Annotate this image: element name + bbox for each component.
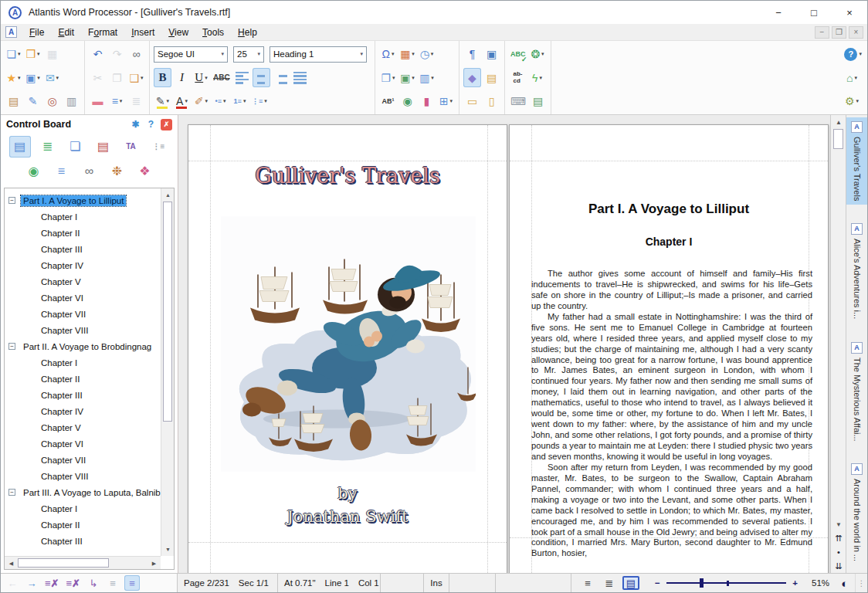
align-center-button[interactable] bbox=[253, 68, 270, 87]
close-button[interactable]: × bbox=[832, 1, 867, 24]
tree-item[interactable]: Chapter VII bbox=[5, 452, 161, 468]
tree-item[interactable]: Chapter II bbox=[5, 371, 161, 387]
doc-close-button[interactable]: × bbox=[849, 26, 863, 39]
dropdown-arrow-icon[interactable]: ▾ bbox=[243, 98, 246, 104]
menu-view[interactable]: View bbox=[161, 25, 195, 39]
menu-tools[interactable]: Tools bbox=[195, 25, 231, 39]
insert-section-button[interactable]: ▥▾ bbox=[418, 68, 436, 87]
dropdown-arrow-icon[interactable]: ▾ bbox=[450, 98, 453, 104]
paragraph-style-select[interactable]: Heading 1▾ bbox=[270, 46, 367, 63]
dropdown-arrow-icon[interactable]: ▾ bbox=[431, 75, 434, 81]
dropdown-arrow-icon[interactable]: ▾ bbox=[18, 75, 21, 81]
document-area[interactable]: Gulliver's Travels bbox=[178, 115, 830, 573]
minimize-button[interactable]: − bbox=[761, 1, 796, 24]
paragraph-pane-button[interactable]: ≡ bbox=[51, 161, 73, 182]
zoom-slider-thumb[interactable] bbox=[700, 578, 704, 588]
doc-minimize-button[interactable]: − bbox=[815, 26, 829, 39]
delete-heading-button[interactable]: ≡✗ bbox=[43, 575, 60, 591]
doc-restore-button[interactable]: ❐ bbox=[832, 26, 846, 39]
change-heading-level-button[interactable]: ↳ bbox=[86, 575, 101, 591]
redo-button[interactable]: ↷ bbox=[108, 45, 126, 64]
tree-item[interactable]: −Part III. A Voyage to Laputa, Balnib bbox=[5, 484, 161, 500]
review-pane-button[interactable]: ▤ bbox=[93, 136, 114, 158]
tree-item[interactable]: −Part I. A Voyage to Lilliput bbox=[5, 192, 161, 208]
dropdown-arrow-icon[interactable]: ▾ bbox=[141, 75, 144, 81]
page-cover[interactable]: Gulliver's Travels bbox=[188, 124, 507, 573]
print-layout-view-button[interactable]: ▤ bbox=[622, 576, 639, 590]
tree-item[interactable]: −Part II. A Voyage to Brobdingnag bbox=[5, 338, 161, 354]
find-button[interactable]: ∞ bbox=[127, 45, 145, 64]
numbering-button[interactable]: 1≡▾ bbox=[231, 92, 249, 111]
tree-item[interactable]: Chapter VI bbox=[5, 290, 161, 306]
document-tab[interactable]: AGulliver's Travels bbox=[846, 117, 867, 205]
chevron-down-icon[interactable]: ▾ bbox=[218, 47, 227, 62]
dropdown-arrow-icon[interactable]: ▾ bbox=[223, 98, 226, 104]
dropdown-arrow-icon[interactable]: ▾ bbox=[205, 98, 209, 104]
collapse-expander-icon[interactable]: − bbox=[8, 343, 15, 350]
onscreen-keyboard-button[interactable]: ⌨ bbox=[509, 92, 527, 111]
tree-item[interactable]: Chapter VIII bbox=[5, 322, 161, 338]
select-browse-object-button[interactable]: • bbox=[831, 545, 846, 559]
delete-subheadings-button[interactable]: ≡✗ bbox=[64, 575, 81, 591]
bullets-button[interactable]: •≡▾ bbox=[212, 92, 229, 111]
next-page-button[interactable]: ⇊ bbox=[831, 559, 846, 573]
font-size-select[interactable]: 25▾ bbox=[233, 46, 264, 63]
tree-horizontal-scrollbar[interactable]: ◀ ▶ bbox=[5, 556, 161, 569]
menu-edit[interactable]: Edit bbox=[51, 25, 81, 39]
insert-mode-indicator[interactable]: Ins bbox=[424, 574, 449, 592]
tree-item[interactable]: Chapter I bbox=[5, 500, 161, 517]
control-board-settings-button[interactable]: ✱ bbox=[130, 119, 141, 130]
eraser-button[interactable]: ▬ bbox=[89, 92, 107, 111]
contrast-toggle[interactable]: ◐ bbox=[835, 574, 855, 592]
new-from-template-button[interactable]: ▤ bbox=[5, 92, 22, 111]
tree-scroll-right-icon[interactable]: ▶ bbox=[147, 557, 161, 570]
insert-time-button[interactable]: ◷▾ bbox=[418, 45, 436, 64]
tree-item[interactable]: Chapter IV bbox=[5, 403, 161, 419]
tree-scroll-thumb[interactable] bbox=[163, 202, 172, 422]
tree-item[interactable]: Chapter III bbox=[5, 387, 161, 403]
dropdown-arrow-icon[interactable]: ▾ bbox=[392, 75, 395, 81]
multilevel-list-button[interactable]: ⋮≡▾ bbox=[250, 92, 269, 111]
web-view-button[interactable]: ≣ bbox=[601, 576, 618, 590]
tree-item[interactable]: Chapter IV bbox=[5, 257, 161, 273]
dropdown-arrow-icon[interactable]: ▾ bbox=[859, 51, 862, 57]
tree-item[interactable]: Chapter VIII bbox=[5, 468, 161, 484]
dropdown-arrow-icon[interactable]: ▾ bbox=[185, 98, 188, 104]
highlighter-button[interactable]: ✎▾ bbox=[154, 92, 171, 111]
nav-forward-button[interactable]: → bbox=[24, 575, 39, 591]
copy-button[interactable]: ❐ bbox=[108, 68, 126, 87]
format-painter-button[interactable]: ✐▾ bbox=[192, 92, 210, 111]
body-text[interactable]: The author gives some account of himself… bbox=[531, 269, 812, 559]
tree-scroll-up-icon[interactable]: ▲ bbox=[161, 188, 175, 202]
dropdown-arrow-icon[interactable]: ▾ bbox=[56, 75, 59, 81]
document-vertical-scrollbar[interactable]: ▲ ▼ ⇈ • ⇊ bbox=[830, 115, 846, 573]
dropdown-arrow-icon[interactable]: ▾ bbox=[412, 51, 415, 57]
control-board-help-button[interactable]: ? bbox=[145, 119, 157, 130]
save-as-button[interactable]: ▣▾ bbox=[24, 68, 42, 87]
full-screen-button[interactable]: ▣ bbox=[483, 45, 500, 64]
collapse-expander-icon[interactable]: − bbox=[8, 197, 15, 204]
line-spacing-button[interactable]: ≡▾ bbox=[108, 92, 126, 111]
dropdown-arrow-icon[interactable]: ▾ bbox=[854, 75, 857, 81]
favorites-button[interactable]: ★▾ bbox=[5, 68, 22, 87]
bold-button[interactable]: B bbox=[154, 68, 171, 87]
menu-format[interactable]: Format bbox=[81, 25, 124, 39]
dropdown-arrow-icon[interactable]: ▾ bbox=[856, 98, 860, 104]
navigation-button[interactable]: ◆ bbox=[463, 68, 481, 87]
expand-headings-button[interactable]: ≡ bbox=[124, 575, 140, 591]
horizontal-ruler-button[interactable]: ▭ bbox=[463, 92, 481, 111]
align-justify-button[interactable] bbox=[291, 68, 309, 87]
tree-item[interactable]: Chapter II bbox=[5, 517, 161, 533]
spellcheck-button[interactable]: ABC✓ bbox=[509, 45, 527, 64]
dropdown-arrow-icon[interactable]: ▾ bbox=[37, 51, 40, 57]
tree-item[interactable]: Chapter III bbox=[5, 533, 161, 549]
draft-view-button[interactable]: ≡ bbox=[579, 576, 596, 590]
tree-item[interactable]: Chapter V bbox=[5, 419, 161, 435]
sticky-notes-button[interactable]: ▤ bbox=[483, 68, 500, 87]
zoom-out-icon[interactable]: − bbox=[655, 578, 660, 588]
doc-scroll-thumb[interactable] bbox=[833, 129, 843, 149]
menu-insert[interactable]: Insert bbox=[124, 25, 161, 39]
doc-scroll-down-icon[interactable]: ▼ bbox=[831, 517, 846, 531]
doc-scroll-up-icon[interactable]: ▲ bbox=[831, 115, 846, 129]
status-page-section[interactable]: Page 2/231 Sec 1/1 bbox=[178, 574, 278, 592]
